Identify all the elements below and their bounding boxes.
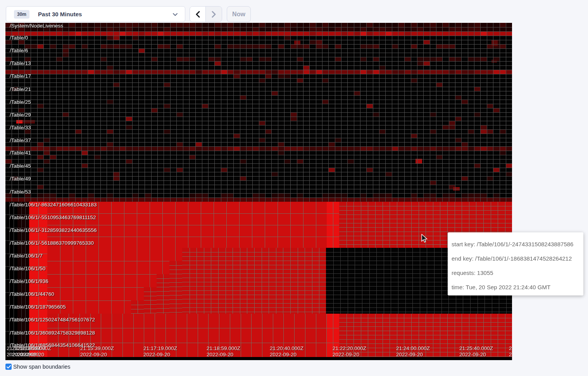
range-badge: 30m	[14, 10, 29, 19]
range-label: Past 30 Minutes	[38, 11, 82, 17]
time-range-dropdown[interactable]: 30m Past 30 Minutes	[6, 6, 185, 22]
chevron-left-icon	[195, 11, 200, 18]
now-button[interactable]: Now	[227, 6, 251, 22]
toolbar: 30m Past 30 Minutes Now	[0, 0, 588, 23]
tooltip-requests: requests: 13055	[452, 266, 579, 280]
span-tooltip: start key: /Table/106/1/-247433150824388…	[448, 232, 583, 295]
check-icon	[7, 365, 11, 369]
prev-time-button[interactable]	[190, 7, 206, 22]
time-nav-group	[190, 6, 222, 22]
tooltip-start-key: start key: /Table/106/1/-247433150824388…	[452, 237, 579, 251]
key-visualizer-chart: /System/NodeLiveness/Table/0/Table/6/Tab…	[5, 23, 512, 360]
footer: Show span boundaries	[5, 364, 71, 370]
chevron-down-icon	[172, 13, 178, 16]
chevron-right-icon	[212, 11, 216, 18]
tooltip-time: time: Tue, 20 Sep 2022 21:24:40 GMT	[452, 280, 579, 294]
show-span-boundaries-checkbox[interactable]	[5, 364, 12, 370]
next-time-button[interactable]	[206, 7, 222, 22]
heatmap-canvas[interactable]	[5, 23, 512, 360]
show-span-boundaries-label: Show span boundaries	[13, 364, 71, 370]
tooltip-end-key: end key: /Table/106/1/-18683814745282642…	[452, 251, 579, 266]
